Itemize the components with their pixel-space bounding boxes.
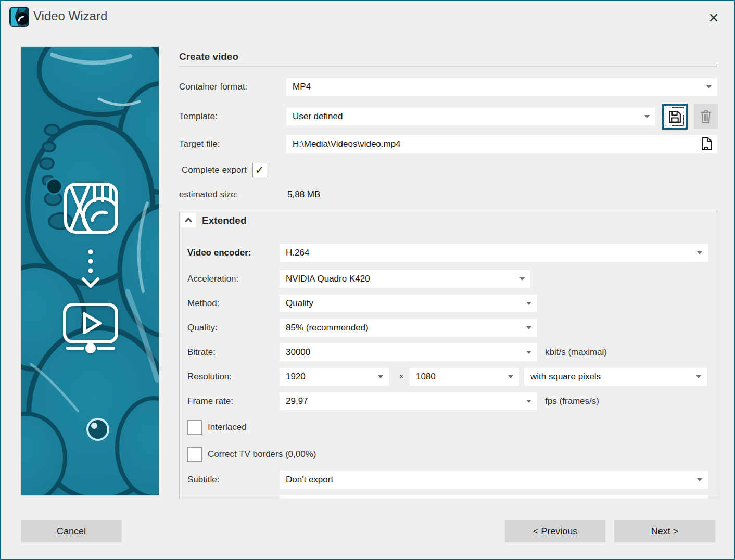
- interlaced-checkbox[interactable]: [187, 420, 202, 435]
- chevron-down-icon: [526, 302, 531, 305]
- chevron-down-icon: [696, 375, 701, 378]
- container-format-label: Container format:: [179, 78, 247, 96]
- resolution-separator: ×: [394, 368, 409, 386]
- target-file-label: Target file:: [179, 135, 220, 153]
- method-select[interactable]: Quality: [280, 295, 537, 312]
- chevron-down-icon: [706, 85, 712, 88]
- trash-icon: [699, 109, 713, 124]
- chevron-down-icon: [644, 115, 650, 118]
- resolution-label: Resolution:: [187, 368, 232, 386]
- pixel-aspect-select[interactable]: with square pixels: [524, 368, 707, 386]
- chevron-down-icon: [526, 400, 531, 403]
- tv-borders-label: Correct TV borders (0,00%): [208, 449, 316, 460]
- video-encoder-select[interactable]: H.264: [280, 244, 708, 262]
- chevron-down-icon: [526, 326, 531, 329]
- resolution-width-select[interactable]: 1920: [280, 368, 389, 386]
- container-format-select[interactable]: MP4: [286, 78, 717, 96]
- complete-export-checkbox[interactable]: ✓: [252, 163, 267, 177]
- chevron-down-icon: [519, 277, 525, 281]
- delete-template-button[interactable]: [694, 104, 718, 129]
- bitrate-select[interactable]: 30000: [280, 343, 537, 361]
- checkmark-icon: ✓: [255, 163, 264, 177]
- target-file-input[interactable]: H:\Media\Videos\video.mp4: [286, 135, 717, 153]
- acceleration-select[interactable]: NVIDIA Quadro K420: [280, 270, 530, 288]
- method-label: Method:: [187, 295, 219, 312]
- estimated-size-label: estimated size:: [179, 186, 238, 203]
- chevron-down-icon: [697, 478, 702, 481]
- chevron-down-icon: [526, 351, 531, 354]
- extended-heading: Extended: [202, 215, 247, 226]
- extended-panel: Extended Video encoder: H.264 Accelerati…: [179, 211, 717, 499]
- subtitle-select[interactable]: Don't export: [280, 471, 708, 489]
- chevron-down-icon: [378, 375, 383, 378]
- video-wizard-dialog: Video Wizard ✕: [0, 0, 735, 560]
- frame-rate-select[interactable]: 29,97: [280, 392, 537, 410]
- chevron-down-icon: [697, 251, 702, 254]
- app-logo-icon: [9, 7, 29, 27]
- tv-borders-row: Correct TV borders (0,00%): [187, 447, 316, 462]
- close-button[interactable]: ✕: [705, 9, 723, 26]
- tv-borders-checkbox[interactable]: [187, 447, 202, 462]
- page-title: Create video: [179, 51, 238, 62]
- resolution-height-select[interactable]: 1080: [410, 368, 519, 386]
- frame-rate-unit-label: fps (frames/s): [545, 392, 599, 410]
- interlaced-label: Interlaced: [208, 422, 247, 432]
- close-icon: ✕: [708, 10, 719, 26]
- interlaced-row: Interlaced: [187, 420, 247, 435]
- collapse-extended-button[interactable]: [181, 213, 196, 227]
- estimated-size-value: 5,88 MB: [287, 186, 320, 203]
- video-encoder-label: Video encoder:: [187, 244, 251, 262]
- bitrate-unit-label: kbit/s (maximal): [545, 343, 607, 361]
- acceleration-label: Acceleration:: [187, 270, 238, 288]
- save-template-button[interactable]: [662, 104, 688, 130]
- complete-export-row: Complete export ✓: [182, 163, 267, 177]
- bitrate-label: Bitrate:: [187, 343, 216, 361]
- bubbles-artwork: [21, 47, 159, 495]
- complete-export-label: Complete export: [182, 165, 247, 175]
- template-label: Template:: [179, 108, 218, 125]
- subtitle-label: Subtitle:: [187, 471, 219, 489]
- next-button[interactable]: Next >: [614, 520, 715, 542]
- window-title: Video Wizard: [33, 9, 107, 23]
- frame-rate-label: Frame rate:: [187, 392, 233, 410]
- quality-select[interactable]: 85% (recommended): [280, 319, 537, 337]
- quality-label: Quality:: [187, 319, 218, 337]
- template-select[interactable]: User defined: [286, 108, 655, 125]
- open-folder-icon: [701, 137, 713, 151]
- cancel-button[interactable]: Cancel: [21, 520, 122, 542]
- title-bar: Video Wizard ✕: [1, 1, 734, 33]
- section-divider: [179, 66, 717, 67]
- save-floppy-icon: [668, 110, 682, 124]
- previous-button[interactable]: < Previous: [505, 520, 605, 542]
- browse-file-button[interactable]: [700, 137, 714, 151]
- chevron-up-icon: [183, 215, 194, 225]
- chevron-down-icon: [508, 375, 513, 378]
- clipped-next-field: [280, 495, 708, 499]
- wizard-preview-image: [21, 47, 159, 495]
